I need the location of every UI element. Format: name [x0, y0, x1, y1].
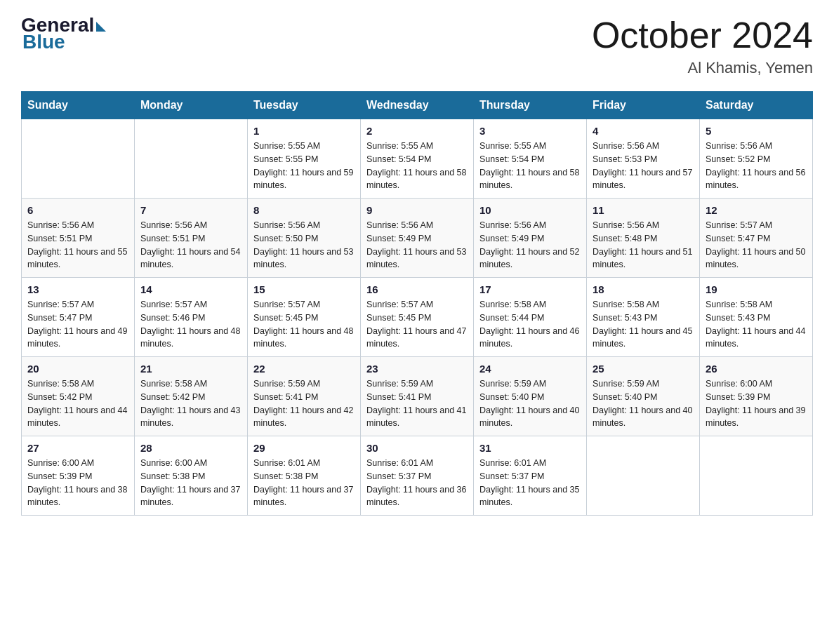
- calendar-cell: 1Sunrise: 5:55 AMSunset: 5:55 PMDaylight…: [248, 119, 361, 199]
- calendar-week-row: 1Sunrise: 5:55 AMSunset: 5:55 PMDaylight…: [22, 119, 813, 199]
- day-number: 9: [366, 204, 468, 216]
- day-number: 11: [593, 204, 694, 216]
- day-number: 19: [706, 283, 807, 295]
- day-info: Sunrise: 5:59 AMSunset: 5:40 PMDaylight:…: [593, 377, 694, 430]
- calendar-cell: [135, 119, 248, 199]
- day-number: 6: [27, 204, 128, 216]
- day-number: 26: [706, 363, 807, 375]
- page-header: General Blue October 2024 Al Khamis, Yem…: [21, 14, 813, 77]
- day-info: Sunrise: 5:55 AMSunset: 5:54 PMDaylight:…: [479, 140, 581, 192]
- day-number: 30: [366, 442, 468, 454]
- day-number: 29: [253, 442, 355, 454]
- calendar-cell: 27Sunrise: 6:00 AMSunset: 5:39 PMDayligh…: [22, 436, 135, 516]
- day-info: Sunrise: 5:59 AMSunset: 5:41 PMDaylight:…: [366, 377, 468, 430]
- day-info: Sunrise: 5:57 AMSunset: 5:46 PMDaylight:…: [140, 298, 241, 351]
- calendar-cell: 23Sunrise: 5:59 AMSunset: 5:41 PMDayligh…: [361, 357, 474, 436]
- logo-blue: Blue: [22, 31, 65, 53]
- day-info: Sunrise: 5:59 AMSunset: 5:40 PMDaylight:…: [479, 377, 581, 430]
- day-info: Sunrise: 5:56 AMSunset: 5:49 PMDaylight:…: [479, 219, 581, 271]
- day-number: 5: [706, 125, 807, 137]
- day-info: Sunrise: 5:58 AMSunset: 5:42 PMDaylight:…: [27, 377, 128, 430]
- day-info: Sunrise: 6:00 AMSunset: 5:38 PMDaylight:…: [140, 457, 241, 509]
- day-info: Sunrise: 5:58 AMSunset: 5:42 PMDaylight:…: [140, 377, 241, 430]
- day-info: Sunrise: 5:59 AMSunset: 5:41 PMDaylight:…: [253, 377, 355, 430]
- calendar-cell: 7Sunrise: 5:56 AMSunset: 5:51 PMDaylight…: [135, 199, 248, 278]
- calendar-cell: 31Sunrise: 6:01 AMSunset: 5:37 PMDayligh…: [474, 436, 587, 516]
- calendar-cell: 24Sunrise: 5:59 AMSunset: 5:40 PMDayligh…: [474, 357, 587, 436]
- calendar-cell: 30Sunrise: 6:01 AMSunset: 5:37 PMDayligh…: [361, 436, 474, 516]
- calendar-cell: 14Sunrise: 5:57 AMSunset: 5:46 PMDayligh…: [135, 278, 248, 357]
- calendar-cell: 5Sunrise: 5:56 AMSunset: 5:52 PMDaylight…: [700, 119, 813, 199]
- day-number: 27: [27, 442, 128, 454]
- day-info: Sunrise: 5:58 AMSunset: 5:44 PMDaylight:…: [479, 298, 581, 351]
- calendar-cell: 29Sunrise: 6:01 AMSunset: 5:38 PMDayligh…: [248, 436, 361, 516]
- calendar-week-row: 27Sunrise: 6:00 AMSunset: 5:39 PMDayligh…: [22, 436, 813, 516]
- day-number: 13: [27, 283, 128, 295]
- calendar-cell: 21Sunrise: 5:58 AMSunset: 5:42 PMDayligh…: [135, 357, 248, 436]
- col-header-thursday: Thursday: [474, 92, 587, 119]
- day-number: 28: [140, 442, 241, 454]
- day-number: 24: [479, 363, 581, 375]
- calendar-cell: 20Sunrise: 5:58 AMSunset: 5:42 PMDayligh…: [22, 357, 135, 436]
- day-info: Sunrise: 5:55 AMSunset: 5:55 PMDaylight:…: [253, 140, 355, 192]
- day-info: Sunrise: 5:56 AMSunset: 5:50 PMDaylight:…: [253, 219, 355, 271]
- day-number: 1: [253, 125, 355, 137]
- calendar-cell: 22Sunrise: 5:59 AMSunset: 5:41 PMDayligh…: [248, 357, 361, 436]
- calendar-cell: 12Sunrise: 5:57 AMSunset: 5:47 PMDayligh…: [700, 199, 813, 278]
- day-number: 10: [479, 204, 581, 216]
- calendar-cell: [700, 436, 813, 516]
- day-number: 2: [366, 125, 468, 137]
- day-info: Sunrise: 5:58 AMSunset: 5:43 PMDaylight:…: [706, 298, 807, 351]
- day-info: Sunrise: 5:56 AMSunset: 5:51 PMDaylight:…: [140, 219, 241, 271]
- calendar-table: SundayMondayTuesdayWednesdayThursdayFrid…: [21, 91, 813, 516]
- calendar-cell: 3Sunrise: 5:55 AMSunset: 5:54 PMDaylight…: [474, 119, 587, 199]
- calendar-cell: [587, 436, 700, 516]
- calendar-cell: 6Sunrise: 5:56 AMSunset: 5:51 PMDaylight…: [22, 199, 135, 278]
- calendar-cell: 8Sunrise: 5:56 AMSunset: 5:50 PMDaylight…: [248, 199, 361, 278]
- calendar-cell: 17Sunrise: 5:58 AMSunset: 5:44 PMDayligh…: [474, 278, 587, 357]
- day-number: 22: [253, 363, 355, 375]
- day-info: Sunrise: 5:56 AMSunset: 5:49 PMDaylight:…: [366, 219, 468, 271]
- calendar-cell: 18Sunrise: 5:58 AMSunset: 5:43 PMDayligh…: [587, 278, 700, 357]
- calendar-week-row: 13Sunrise: 5:57 AMSunset: 5:47 PMDayligh…: [22, 278, 813, 357]
- day-number: 16: [366, 283, 468, 295]
- calendar-cell: 11Sunrise: 5:56 AMSunset: 5:48 PMDayligh…: [587, 199, 700, 278]
- day-number: 21: [140, 363, 241, 375]
- day-info: Sunrise: 6:01 AMSunset: 5:37 PMDaylight:…: [366, 457, 468, 509]
- day-info: Sunrise: 6:01 AMSunset: 5:38 PMDaylight:…: [253, 457, 355, 509]
- day-number: 3: [479, 125, 581, 137]
- month-title: October 2024: [592, 14, 813, 56]
- day-number: 15: [253, 283, 355, 295]
- calendar-cell: 13Sunrise: 5:57 AMSunset: 5:47 PMDayligh…: [22, 278, 135, 357]
- calendar-header-row: SundayMondayTuesdayWednesdayThursdayFrid…: [22, 92, 813, 119]
- col-header-wednesday: Wednesday: [361, 92, 474, 119]
- day-number: 18: [593, 283, 694, 295]
- col-header-friday: Friday: [587, 92, 700, 119]
- day-number: 14: [140, 283, 241, 295]
- day-info: Sunrise: 5:58 AMSunset: 5:43 PMDaylight:…: [593, 298, 694, 351]
- day-number: 7: [140, 204, 241, 216]
- calendar-week-row: 6Sunrise: 5:56 AMSunset: 5:51 PMDaylight…: [22, 199, 813, 278]
- calendar-cell: 4Sunrise: 5:56 AMSunset: 5:53 PMDaylight…: [587, 119, 700, 199]
- day-number: 25: [593, 363, 694, 375]
- day-number: 12: [706, 204, 807, 216]
- day-info: Sunrise: 5:57 AMSunset: 5:47 PMDaylight:…: [27, 298, 128, 351]
- day-info: Sunrise: 5:56 AMSunset: 5:52 PMDaylight:…: [706, 140, 807, 192]
- calendar-cell: 9Sunrise: 5:56 AMSunset: 5:49 PMDaylight…: [361, 199, 474, 278]
- calendar-cell: 15Sunrise: 5:57 AMSunset: 5:45 PMDayligh…: [248, 278, 361, 357]
- day-number: 4: [593, 125, 694, 137]
- calendar-cell: 25Sunrise: 5:59 AMSunset: 5:40 PMDayligh…: [587, 357, 700, 436]
- logo-arrow-icon: [96, 22, 106, 32]
- day-info: Sunrise: 6:00 AMSunset: 5:39 PMDaylight:…: [27, 457, 128, 509]
- day-number: 31: [479, 442, 581, 454]
- day-number: 17: [479, 283, 581, 295]
- day-info: Sunrise: 5:56 AMSunset: 5:51 PMDaylight:…: [27, 219, 128, 271]
- day-info: Sunrise: 5:57 AMSunset: 5:47 PMDaylight:…: [706, 219, 807, 271]
- col-header-sunday: Sunday: [22, 92, 135, 119]
- calendar-cell: 28Sunrise: 6:00 AMSunset: 5:38 PMDayligh…: [135, 436, 248, 516]
- day-info: Sunrise: 5:55 AMSunset: 5:54 PMDaylight:…: [366, 140, 468, 192]
- calendar-cell: 19Sunrise: 5:58 AMSunset: 5:43 PMDayligh…: [700, 278, 813, 357]
- day-number: 8: [253, 204, 355, 216]
- day-info: Sunrise: 6:00 AMSunset: 5:39 PMDaylight:…: [706, 377, 807, 430]
- day-info: Sunrise: 5:57 AMSunset: 5:45 PMDaylight:…: [366, 298, 468, 351]
